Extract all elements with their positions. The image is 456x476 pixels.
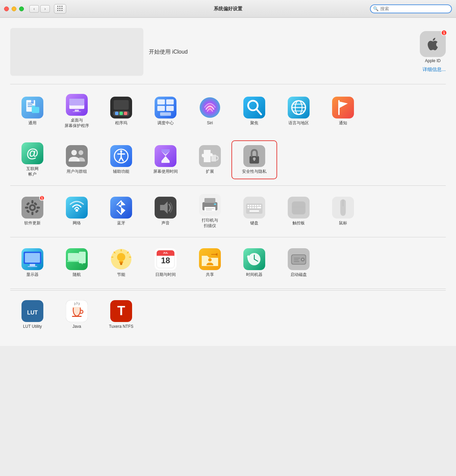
svg-rect-26 [243, 97, 265, 118]
icon-item-general[interactable]: 通用 [10, 93, 55, 130]
date-label: 日期与时间 [155, 272, 176, 278]
search-icon: 🔍 [373, 6, 379, 11]
icon-item-screen-time[interactable]: 屏幕使用时间 [143, 141, 188, 179]
startup-label: 启动磁盘 [290, 272, 307, 278]
icon-item-software[interactable]: 1 软件更新 [10, 193, 55, 230]
icon-item-trackpad[interactable]: 触控板 [276, 193, 321, 230]
svg-rect-74 [204, 198, 215, 203]
spotlight-icon [243, 97, 265, 118]
icon-item-network[interactable]: 网络 [55, 193, 99, 230]
svg-rect-35 [332, 97, 354, 118]
icon-item-handoff[interactable]: 随航 [55, 244, 99, 282]
icon-item-desktop[interactable]: 桌面与 屏幕保护程序 [55, 93, 99, 130]
svg-rect-84 [255, 205, 256, 206]
svg-point-109 [117, 253, 125, 261]
icon-item-users[interactable]: 用户与群组 [55, 141, 99, 179]
svg-rect-49 [155, 145, 176, 167]
icon-item-extensions[interactable]: 扩展 [188, 141, 232, 179]
icon-item-keyboard[interactable]: 键盘 [232, 193, 276, 230]
icon-grid-row1: 通用 桌面与 屏幕保护程序 [10, 87, 446, 136]
icon-item-dock[interactable]: 程序坞 [99, 93, 143, 130]
icon-item-security[interactable]: 安全性与隐私 [232, 141, 276, 179]
icon-item-date[interactable]: JUL 18 日期与时间 [143, 244, 188, 282]
apple-id-button[interactable]: 1 Apple ID [420, 31, 446, 63]
svg-rect-104 [68, 253, 79, 261]
java-icon [66, 300, 88, 322]
svg-rect-54 [254, 159, 255, 161]
svg-rect-12 [73, 111, 81, 112]
svg-rect-139 [294, 261, 299, 262]
icon-item-language[interactable]: 语言与地区 [276, 93, 321, 130]
svg-point-44 [120, 150, 122, 152]
svg-text:LUT: LUT [27, 310, 38, 316]
search-input[interactable] [370, 4, 452, 13]
svg-rect-5 [31, 100, 34, 103]
icon-item-printer[interactable]: 打印机与 扫描仪 [188, 193, 232, 230]
icon-item-access[interactable]: 辅助功能 [99, 141, 143, 179]
general-icon [22, 97, 43, 118]
general-label: 通用 [28, 121, 37, 126]
users-label: 用户与群组 [67, 169, 87, 174]
dock-label: 程序坞 [115, 121, 127, 126]
desktop-label: 桌面与 屏幕保护程序 [65, 118, 89, 128]
svg-rect-110 [119, 261, 123, 263]
icon-item-sound[interactable]: 声音 [143, 193, 188, 230]
icon-item-internet[interactable]: @ 互联网 帐户 [10, 141, 55, 179]
grid-icon [57, 6, 63, 12]
svg-rect-94 [292, 201, 305, 214]
forward-button[interactable]: › [40, 5, 50, 13]
icon-item-tuxera[interactable]: T Tuxera NTFS [99, 296, 143, 334]
desktop-icon [66, 94, 88, 116]
icon-item-mouse[interactable]: 鼠标 [321, 193, 365, 230]
svg-rect-24 [160, 112, 171, 116]
siri-label: Siri [207, 121, 213, 126]
svg-rect-6 [32, 107, 39, 113]
icon-item-energy[interactable]: 节能 [99, 244, 143, 282]
svg-rect-17 [124, 112, 127, 115]
icon-item-lut[interactable]: LUT LUT Utility [10, 296, 55, 334]
grid-view-button[interactable] [54, 4, 66, 14]
svg-text:T: T [117, 304, 125, 318]
apple-id-badge: 1 [441, 30, 447, 36]
sound-label: 声音 [161, 221, 170, 226]
nav-buttons: ‹ › [29, 5, 50, 13]
details-link[interactable]: 详细信息... [423, 67, 446, 73]
svg-rect-105 [67, 261, 80, 262]
startup-icon [288, 248, 310, 270]
icon-item-java[interactable]: Java [55, 296, 99, 334]
svg-point-125 [208, 258, 212, 262]
icon-item-bluetooth[interactable]: 蓝牙 [99, 193, 143, 230]
icon-item-siri[interactable]: Siri [188, 93, 232, 130]
minimize-button[interactable] [12, 6, 16, 11]
icon-item-spotlight[interactable]: 聚焦 [232, 93, 276, 130]
svg-rect-58 [31, 200, 33, 204]
icon-item-timemachine[interactable]: 时间机器 [232, 244, 276, 282]
security-label: 安全性与隐私 [242, 169, 267, 174]
svg-rect-138 [294, 260, 299, 260]
screen-time-label: 屏幕使用时间 [153, 169, 178, 174]
language-icon [288, 97, 310, 118]
icon-item-startup[interactable]: 启动磁盘 [276, 244, 321, 282]
siri-icon [199, 97, 221, 118]
icloud-banner: 开始使用 iCloud 1 Apple ID 详细信息... [10, 25, 446, 81]
icon-item-mission[interactable]: 调度中心 [143, 93, 188, 130]
icon-grid-row3: 1 软件更新 网络 [10, 187, 446, 236]
svg-rect-77 [206, 210, 212, 210]
icon-item-sharing[interactable]: 共享 [188, 244, 232, 282]
svg-point-41 [79, 150, 83, 155]
lut-icon: LUT [22, 300, 43, 322]
keyboard-icon [243, 197, 265, 219]
icon-item-display[interactable]: 显示器 [10, 244, 55, 282]
svg-rect-10 [69, 99, 84, 106]
titlebar: ‹ › 系统偏好设置 🔍 [0, 0, 456, 18]
maximize-button[interactable] [19, 6, 24, 11]
close-button[interactable] [4, 6, 9, 11]
svg-point-57 [31, 206, 34, 209]
software-update-icon: 1 [22, 197, 43, 219]
printer-icon [199, 194, 221, 216]
timemachine-icon [243, 248, 265, 270]
notifications-label: 通知 [339, 121, 347, 126]
back-button[interactable]: ‹ [29, 5, 39, 13]
icon-item-notifications[interactable]: 通知 [321, 93, 365, 130]
svg-point-40 [71, 150, 77, 155]
